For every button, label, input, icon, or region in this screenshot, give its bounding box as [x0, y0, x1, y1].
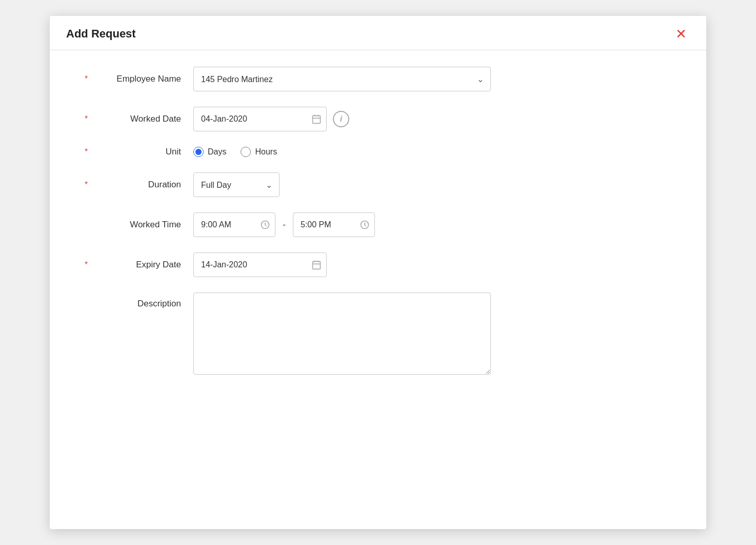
start-time-wrapper: [193, 212, 275, 237]
expiry-date-calendar-button[interactable]: [311, 260, 322, 270]
worked-time-label: Worked Time: [130, 220, 181, 229]
description-row: Description: [81, 293, 675, 375]
expiry-date-label-col: * Expiry Date: [81, 260, 193, 270]
calendar-icon: [311, 114, 322, 124]
worked-time-label-col: Worked Time: [81, 220, 193, 230]
duration-label: Duration: [148, 180, 181, 189]
clock-icon-end: [360, 220, 370, 230]
unit-hours-text: Hours: [255, 147, 277, 157]
worked-date-info-button[interactable]: i: [333, 111, 349, 127]
clock-icon: [260, 220, 270, 230]
worked-date-control: i: [193, 107, 675, 131]
employee-name-required: *: [85, 74, 88, 84]
employee-name-control: 145 Pedro Martinez ⌄: [193, 67, 675, 91]
worked-date-calendar-button[interactable]: [311, 114, 322, 124]
unit-hours-label[interactable]: Hours: [241, 147, 277, 157]
svg-rect-0: [313, 115, 321, 123]
worked-date-input-wrapper: [193, 107, 327, 131]
expiry-calendar-icon: [311, 260, 322, 270]
worked-date-row: * Worked Date i: [81, 107, 675, 131]
unit-radio-group: Days Hours: [193, 147, 277, 157]
end-time-wrapper: [293, 212, 375, 237]
description-control: [193, 293, 675, 375]
unit-hours-radio[interactable]: [241, 147, 251, 157]
duration-select[interactable]: Full Day Half Day Quarter Day: [193, 172, 280, 197]
worked-date-label: Worked Date: [130, 114, 181, 124]
modal-body: * Employee Name 145 Pedro Martinez ⌄ * W…: [50, 50, 706, 411]
duration-label-col: * Duration: [81, 180, 193, 190]
unit-label-col: * Unit: [81, 147, 193, 157]
unit-days-text: Days: [208, 147, 226, 157]
duration-control: Full Day Half Day Quarter Day ⌄: [193, 172, 675, 197]
worked-time-row: Worked Time -: [81, 212, 675, 237]
worked-date-required: *: [85, 114, 88, 124]
duration-select-wrapper: Full Day Half Day Quarter Day ⌄: [193, 172, 280, 197]
svg-rect-6: [313, 261, 321, 269]
modal-header: Add Request ✕: [50, 16, 706, 50]
expiry-date-label: Expiry Date: [136, 260, 181, 269]
expiry-date-input-wrapper: [193, 252, 327, 277]
expiry-date-row: * Expiry Date: [81, 252, 675, 277]
unit-row: * Unit Days Hours: [81, 147, 675, 157]
modal-title: Add Request: [66, 27, 136, 41]
description-label: Description: [137, 299, 181, 308]
employee-name-label-col: * Employee Name: [81, 74, 193, 84]
duration-required: *: [85, 180, 88, 189]
duration-row: * Duration Full Day Half Day Quarter Day…: [81, 172, 675, 197]
close-button[interactable]: ✕: [672, 26, 690, 42]
worked-time-inputs: -: [193, 212, 375, 237]
unit-control: Days Hours: [193, 147, 675, 157]
info-icon: i: [340, 114, 342, 124]
start-time-clock-button[interactable]: [260, 220, 270, 230]
worked-date-label-col: * Worked Date: [81, 114, 193, 124]
employee-name-select[interactable]: 145 Pedro Martinez: [193, 67, 491, 91]
employee-name-row: * Employee Name 145 Pedro Martinez ⌄: [81, 67, 675, 91]
worked-time-control: -: [193, 212, 675, 237]
expiry-date-required: *: [85, 260, 88, 269]
add-request-modal: Add Request ✕ * Employee Name 145 Pedro …: [50, 16, 706, 529]
description-textarea[interactable]: [193, 293, 491, 375]
unit-label: Unit: [166, 147, 181, 157]
expiry-date-control: [193, 252, 675, 277]
end-time-clock-button[interactable]: [360, 220, 370, 230]
worked-date-input[interactable]: [193, 107, 327, 131]
time-separator: -: [281, 220, 288, 230]
description-label-col: Description: [81, 293, 193, 309]
unit-days-radio[interactable]: [193, 147, 204, 157]
close-icon: ✕: [675, 27, 687, 41]
unit-required: *: [85, 147, 88, 157]
expiry-date-input[interactable]: [193, 252, 327, 277]
employee-name-label: Employee Name: [116, 74, 181, 84]
unit-days-label[interactable]: Days: [193, 147, 226, 157]
employee-name-select-wrapper: 145 Pedro Martinez ⌄: [193, 67, 491, 91]
